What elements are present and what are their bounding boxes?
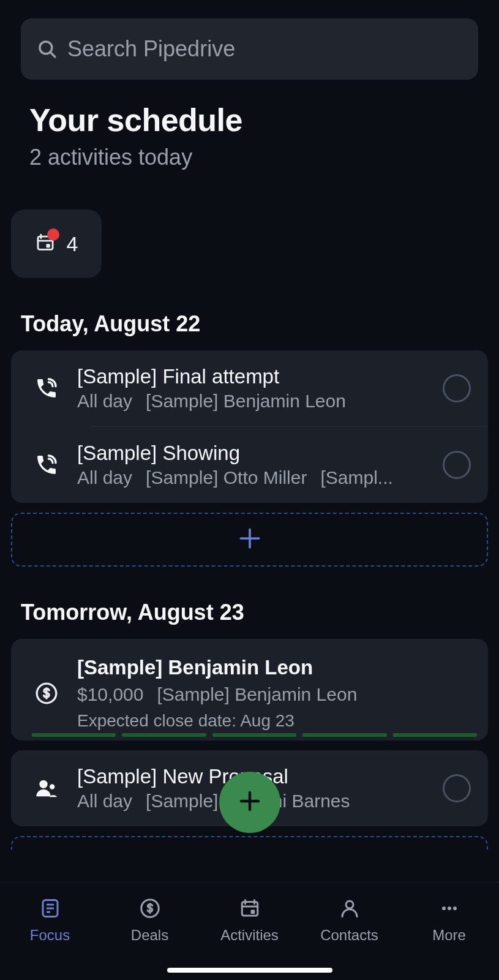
deal-person: [Sample] Benjamin Leon: [157, 684, 357, 705]
section-label-today: Today, August 22: [0, 278, 499, 350]
activity-contact: [Sample] Benjamin Leon: [146, 391, 346, 412]
plus-icon: [236, 525, 263, 554]
activity-contact: [Sample] Otto Miller: [146, 467, 307, 488]
plus-icon: [235, 786, 265, 818]
tab-deals[interactable]: Deals: [100, 883, 200, 958]
tab-label: Focus: [30, 927, 70, 944]
deal-card[interactable]: [Sample] Benjamin Leon $10,000 [Sample] …: [11, 639, 488, 741]
deal-body: [Sample] Benjamin Leon $10,000 [Sample] …: [77, 656, 471, 731]
activity-body: [Sample] Showing All day [Sample] Otto M…: [77, 442, 427, 488]
person-icon: [339, 897, 361, 922]
activity-meta: All day [Sample] Benjamin Leon: [77, 391, 427, 412]
svg-line-1: [51, 53, 55, 57]
calendar-icon: [35, 232, 56, 255]
fab-add-button[interactable]: [219, 772, 280, 833]
activity-body: [Sample] Final attempt All day [Sample] …: [77, 365, 427, 412]
activity-title: [Sample] Final attempt: [77, 365, 427, 388]
complete-checkbox[interactable]: [443, 774, 471, 802]
activity-meta: All day [Sample] Otto Miller [Sampl...: [77, 467, 427, 488]
search-icon: [37, 39, 58, 59]
activity-time: All day: [77, 791, 132, 812]
section-label-tomorrow: Tomorrow, August 23: [0, 567, 499, 639]
phone-icon: [32, 376, 61, 401]
svg-point-10: [39, 780, 47, 788]
search-container: Search Pipedrive: [0, 0, 499, 80]
complete-checkbox[interactable]: [443, 374, 471, 402]
notification-dot: [47, 228, 59, 241]
svg-rect-4: [46, 244, 50, 247]
pipeline-progress: [32, 733, 477, 737]
activity-time: All day: [77, 467, 132, 488]
tab-bar: Focus Deals Activities Contacts: [0, 882, 499, 980]
dollar-icon: [139, 897, 161, 922]
activity-row[interactable]: [Sample] Showing All day [Sample] Otto M…: [11, 427, 488, 503]
tab-label: Activities: [220, 927, 279, 944]
tab-activities[interactable]: Activities: [200, 883, 299, 958]
deal-title: [Sample] Benjamin Leon: [77, 656, 471, 679]
svg-point-24: [346, 901, 353, 908]
page-header: Your schedule 2 activities today: [0, 80, 499, 170]
activity-row[interactable]: [Sample] Final attempt All day [Sample] …: [11, 350, 488, 426]
page-title: Your schedule: [29, 102, 470, 138]
page-subtitle: 2 activities today: [29, 145, 470, 170]
search-input[interactable]: Search Pipedrive: [21, 18, 478, 80]
home-indicator[interactable]: [167, 968, 332, 973]
deal-close-date: Expected close date: Aug 23: [77, 711, 471, 731]
activity-title: [Sample] Showing: [77, 442, 427, 465]
phone-icon: [32, 453, 61, 477]
tab-contacts[interactable]: Contacts: [299, 883, 399, 958]
svg-point-25: [442, 907, 446, 910]
today-activities: [Sample] Final attempt All day [Sample] …: [11, 350, 488, 503]
calendar-icon: [239, 897, 261, 922]
focus-icon: [39, 897, 61, 922]
activity-time: All day: [77, 391, 132, 412]
dollar-icon: [32, 681, 61, 706]
overdue-count: 4: [67, 232, 78, 256]
svg-point-11: [50, 784, 54, 789]
activity-extra: [Sampl...: [320, 467, 392, 488]
tab-label: More: [432, 927, 466, 944]
more-icon: [438, 897, 460, 922]
svg-point-26: [448, 907, 451, 910]
tab-label: Contacts: [320, 927, 378, 944]
tab-more[interactable]: More: [399, 883, 499, 958]
tab-focus[interactable]: Focus: [0, 883, 100, 958]
people-icon: [32, 776, 61, 801]
svg-point-27: [453, 907, 457, 910]
search-placeholder: Search Pipedrive: [67, 36, 235, 62]
svg-rect-21: [250, 910, 255, 914]
overdue-pill[interactable]: 4: [11, 209, 102, 278]
deal-meta: $10,000 [Sample] Benjamin Leon: [77, 684, 471, 705]
complete-checkbox[interactable]: [443, 451, 471, 479]
deal-value: $10,000: [77, 684, 143, 705]
add-activity-button[interactable]: [11, 836, 488, 850]
tab-label: Deals: [131, 927, 168, 944]
add-activity-button[interactable]: [11, 513, 488, 567]
